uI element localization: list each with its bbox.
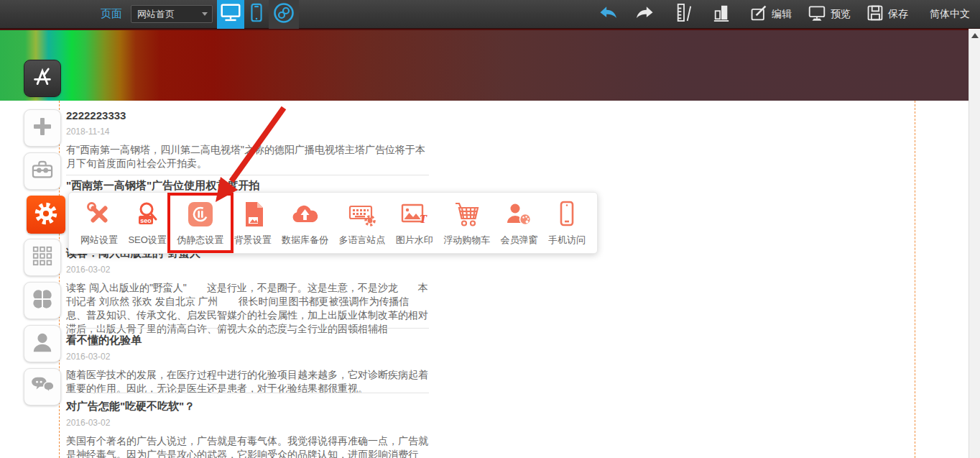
ruler-button[interactable]	[675, 3, 697, 25]
sidebar-item-user[interactable]	[24, 325, 61, 362]
menu-item-label: 会员弹窗	[501, 234, 538, 247]
mobile-icon	[246, 1, 267, 27]
article-title[interactable]: "西南第一高钢塔"广告位使用权首度开拍	[66, 179, 429, 193]
article-body: 有"西南第一高钢塔，四川第二高电视塔"之称的德阳广播电视塔主塔广告位将于本月下旬…	[66, 143, 429, 170]
article-1: 2222223333 2018-11-14 有"西南第一高钢塔，四川第二高电视塔…	[66, 109, 429, 170]
top-toolbar: 页面 网站首页	[0, 0, 980, 29]
undo-button[interactable]	[598, 5, 621, 23]
menu-item-multilanguage-site[interactable]: 多语言站点	[338, 200, 385, 247]
menu-item-seo-settings[interactable]: seo SEO设置	[128, 200, 166, 247]
stats-icon	[713, 4, 734, 24]
preview-button[interactable]: 预览	[808, 4, 851, 24]
article-body: 随着医学技术的发展，在医疗过程中进行的化验项目越来越多，它对诊断疾病起着重要的作…	[66, 368, 429, 395]
ruler-icon	[675, 3, 697, 25]
menu-item-label: 手机访问	[548, 234, 586, 247]
sidebar-item-messages[interactable]	[24, 368, 61, 406]
gear-icon	[30, 198, 62, 232]
article-divider	[66, 393, 429, 393]
menu-item-label: 背景设置	[234, 234, 272, 247]
sidebar-item-plugins[interactable]	[24, 282, 61, 319]
article-5: 对广告怎能"吃硬不吃软"？ 2016-03-02 美国有个著名的广告人说过，广告…	[66, 400, 429, 458]
member-popup-icon	[504, 200, 535, 232]
page-label: 页面	[101, 7, 122, 21]
article-body: 美国有个著名的广告人说过，广告就是有毒气体。我觉得说得再准确一点，广告就是神经毒…	[66, 434, 429, 458]
designer-logo	[29, 64, 55, 93]
toolbox-icon	[31, 160, 54, 183]
sidebar-item-modules[interactable]	[24, 239, 61, 276]
link-icon	[272, 1, 295, 27]
save-floppy-icon	[866, 4, 888, 24]
svg-text:T: T	[420, 212, 427, 226]
save-button[interactable]: 保存	[866, 4, 908, 24]
save-label: 保存	[888, 8, 908, 21]
menu-item-label: 图片水印	[396, 234, 433, 247]
article-4: 看不懂的化验单 2016-03-02 随着医学技术的发展，在医疗过程中进行的化验…	[66, 334, 429, 395]
menu-item-label: 伪静态设置	[177, 234, 223, 247]
chat-bubbles-icon	[30, 375, 55, 398]
menu-item-pseudo-static-settings[interactable]: 伪静态设置	[177, 200, 223, 247]
menu-item-member-popup[interactable]: 会员弹窗	[501, 200, 538, 247]
menu-item-label: 网站设置	[80, 234, 118, 247]
sidebar-item-add[interactable]	[24, 109, 61, 147]
article-divider	[66, 328, 429, 329]
menu-item-floating-cart[interactable]: 浮动购物车	[443, 200, 490, 247]
edit-label: 编辑	[772, 8, 792, 21]
scrollbar[interactable]	[969, 29, 980, 458]
article-date: 2018-11-14	[66, 127, 429, 137]
menu-item-mobile-access[interactable]: 手机访问	[548, 200, 586, 247]
mobile-access-icon	[553, 200, 581, 232]
desktop-view-button[interactable]	[217, 0, 244, 29]
site-tools-icon	[85, 200, 114, 232]
page-select-dropdown[interactable]: 网站首页	[131, 5, 213, 23]
settings-popup-menu: 网站设置 seo SEO设置 伪静态设置	[68, 192, 598, 254]
layout-guide-right	[915, 101, 915, 458]
article-title[interactable]: 看不懂的化验单	[66, 334, 429, 347]
stats-button[interactable]	[713, 4, 734, 24]
language-switch[interactable]: 简体中文	[930, 8, 970, 21]
svg-text:seo: seo	[140, 216, 152, 224]
toolbar-right-group: 编辑 预览 保存 简体中文	[582, 0, 980, 28]
menu-item-image-watermark[interactable]: T 图片水印	[396, 200, 433, 247]
keyboard-lang-icon	[346, 200, 378, 232]
toolbar-left-group: 页面 网站首页	[0, 0, 299, 28]
article-date: 2016-03-02	[66, 418, 429, 428]
image-watermark-icon: T	[399, 200, 430, 232]
language-label: 简体中文	[930, 8, 970, 21]
seo-search-icon: seo	[133, 200, 162, 232]
link-button[interactable]	[269, 0, 299, 29]
edit-pencil-icon	[750, 4, 772, 24]
menu-item-label: SEO设置	[128, 234, 166, 247]
article-date: 2016-03-02	[66, 265, 429, 275]
undo-icon	[598, 5, 621, 23]
grid-icon	[32, 245, 53, 270]
sidebar-item-toolbox[interactable]	[24, 152, 61, 190]
cloud-backup-icon	[290, 200, 321, 232]
chevron-down-icon	[202, 12, 208, 16]
mobile-view-button[interactable]	[244, 0, 269, 29]
redo-button[interactable]	[637, 5, 660, 23]
article-title[interactable]: 2222223333	[66, 109, 429, 122]
menu-item-label: 数据库备份	[282, 234, 328, 247]
plus-icon	[32, 116, 53, 140]
menu-item-database-backup[interactable]: 数据库备份	[282, 200, 328, 247]
menu-item-site-settings[interactable]: 网站设置	[80, 200, 118, 247]
shopping-cart-icon	[452, 200, 482, 232]
preview-label: 预览	[831, 8, 851, 21]
menu-item-background-settings[interactable]: 背景设置	[234, 200, 272, 247]
article-title[interactable]: 对广告怎能"吃硬不吃软"？	[66, 400, 429, 413]
clover-plugins-icon	[32, 288, 53, 313]
article-date: 2016-03-02	[66, 352, 429, 362]
sidebar-item-settings[interactable]	[27, 196, 65, 234]
pseudo-static-icon	[186, 200, 215, 232]
background-page-icon	[239, 200, 267, 232]
sidebar-item-designer-logo[interactable]	[24, 60, 61, 97]
article-3: 读客：闯入出版业的"野蛮人" 2016-03-02 读客 闯入出版业的"野蛮人"…	[66, 247, 429, 336]
edit-button[interactable]: 编辑	[750, 4, 792, 24]
redo-icon	[637, 5, 660, 23]
menu-item-label: 多语言站点	[338, 234, 385, 247]
menu-item-label: 浮动购物车	[443, 234, 490, 247]
preview-monitor-icon	[808, 4, 831, 24]
scroll-up-arrow-icon[interactable]	[971, 33, 979, 38]
website-designer-app: 页面 网站首页	[0, 0, 980, 458]
page-select-value: 网站首页	[137, 8, 175, 21]
